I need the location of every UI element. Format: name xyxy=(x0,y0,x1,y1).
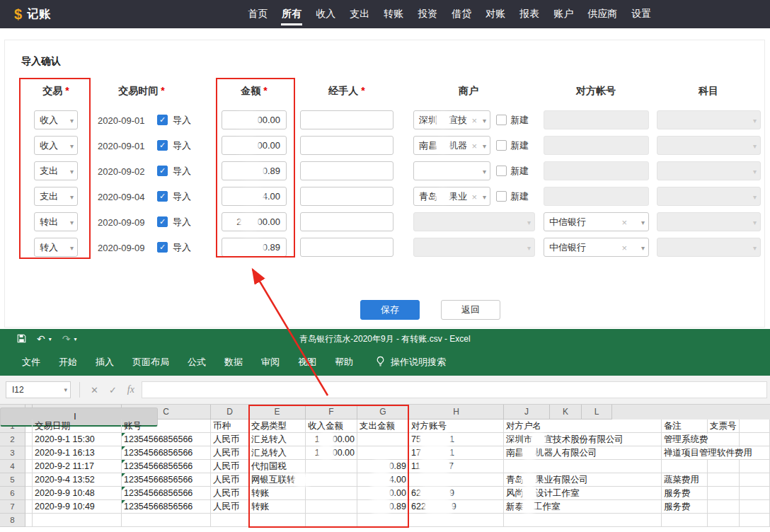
excel-cell[interactable] xyxy=(306,500,357,514)
excel-cell[interactable]: 2020-9-4 13:52 xyxy=(33,473,122,487)
excel-cell[interactable]: 12354566856566 xyxy=(122,460,211,473)
insert-function-icon[interactable]: fx xyxy=(127,384,134,395)
excel-cell[interactable] xyxy=(33,514,122,527)
handler-input[interactable] xyxy=(300,212,393,231)
merchant-select[interactable]: ▾ xyxy=(413,161,490,180)
amount-input[interactable]: 200.00 xyxy=(222,212,287,231)
import-checkbox[interactable]: ✓ xyxy=(157,166,168,176)
excel-cell[interactable] xyxy=(357,514,409,527)
excel-cell[interactable]: 管理系统费 xyxy=(662,433,708,446)
excel-cell[interactable]: 支票号 xyxy=(708,420,740,433)
excel-row-header-4[interactable]: 4 xyxy=(0,460,25,473)
excel-cell[interactable]: 751 xyxy=(409,433,504,446)
new-merchant-checkbox[interactable] xyxy=(496,166,507,176)
excel-cell[interactable]: 4.00 xyxy=(357,473,409,487)
nav-item-accounts[interactable]: 账户 xyxy=(546,0,580,28)
excel-row-header-3[interactable]: 3 xyxy=(0,446,25,460)
excel-cell[interactable]: 账号 xyxy=(122,420,211,433)
ribbon-tab-8[interactable]: 帮助 xyxy=(326,349,362,376)
excel-cell[interactable]: 汇兑转入 xyxy=(249,433,306,446)
excel-cell[interactable] xyxy=(25,487,33,500)
excel-cell[interactable]: 备注 xyxy=(662,420,708,433)
transaction-type-select[interactable]: 支出▾ xyxy=(34,161,78,180)
excel-cell[interactable] xyxy=(740,420,770,433)
excel-cell[interactable] xyxy=(122,514,211,527)
import-checkbox[interactable]: ✓ xyxy=(157,216,168,227)
excel-cell[interactable]: 对方户名 xyxy=(504,420,662,433)
counter-account-select[interactable]: 中信银行×▾ xyxy=(544,212,649,231)
excel-cell[interactable]: 禅道项目管理软件费用 xyxy=(662,446,708,460)
excel-cell[interactable]: 转账 xyxy=(249,500,306,514)
excel-cell[interactable]: 629 xyxy=(409,487,504,500)
excel-cell[interactable]: 2020-9-1 15:30 xyxy=(33,433,122,446)
excel-cell[interactable] xyxy=(306,514,357,527)
amount-input[interactable]: 4.00 xyxy=(222,187,287,206)
excel-cell[interactable] xyxy=(25,514,33,527)
nav-item-loan[interactable]: 借贷 xyxy=(444,0,478,28)
transaction-type-select[interactable]: 转入▾ xyxy=(34,238,78,257)
excel-row-header-7[interactable]: 7 xyxy=(0,500,25,514)
excel-cell[interactable]: 0.00 xyxy=(357,487,409,500)
excel-column-header-D[interactable]: D xyxy=(211,405,249,420)
excel-cell[interactable]: 人民币 xyxy=(211,473,249,487)
excel-cell[interactable]: 南昌机器人有限公司 xyxy=(504,446,662,460)
excel-cell[interactable] xyxy=(306,487,357,500)
import-checkbox[interactable]: ✓ xyxy=(157,115,168,125)
nav-item-settings[interactable]: 设置 xyxy=(624,0,658,28)
excel-cell[interactable] xyxy=(409,514,504,527)
excel-cell[interactable] xyxy=(357,433,409,446)
excel-cell[interactable]: 服务费 xyxy=(662,487,708,500)
customize-qat-caret-icon[interactable]: ▾ xyxy=(74,336,76,342)
app-brand[interactable]: $ 记账 xyxy=(14,6,51,23)
excel-cell[interactable] xyxy=(25,460,33,473)
excel-cell[interactable]: 0.89 xyxy=(357,500,409,514)
excel-cell[interactable] xyxy=(708,500,740,514)
nav-item-reports[interactable]: 报表 xyxy=(512,0,546,28)
excel-cell[interactable]: 6229 xyxy=(409,500,504,514)
excel-cell[interactable]: 代扣国税 xyxy=(249,460,306,473)
excel-cell[interactable] xyxy=(249,514,306,527)
excel-cell[interactable] xyxy=(357,446,409,460)
excel-cell[interactable]: 2020-9-9 10:48 xyxy=(33,487,122,500)
excel-column-header-K[interactable]: K xyxy=(550,405,582,420)
excel-column-header-J[interactable]: J xyxy=(504,405,550,420)
excel-cell[interactable] xyxy=(740,473,770,487)
excel-cell[interactable]: 人民币 xyxy=(211,433,249,446)
excel-cell[interactable] xyxy=(306,473,357,487)
undo-icon[interactable]: ↶ xyxy=(37,334,45,344)
counter-account-select[interactable]: 中信银行×▾ xyxy=(544,238,649,257)
excel-cell[interactable]: 对方账号 xyxy=(409,420,504,433)
handler-input[interactable] xyxy=(300,187,393,206)
handler-input[interactable] xyxy=(300,238,393,257)
amount-input[interactable]: 0.89 xyxy=(222,238,287,257)
excel-cell[interactable]: 人民币 xyxy=(211,460,249,473)
excel-cell[interactable]: 支出金额 xyxy=(357,420,409,433)
excel-cell[interactable] xyxy=(662,460,708,473)
handler-input[interactable] xyxy=(300,110,393,129)
ribbon-tab-6[interactable]: 审阅 xyxy=(252,349,289,376)
excel-cell[interactable]: 交易日期 xyxy=(33,420,122,433)
excel-cell[interactable]: 交易类型 xyxy=(249,420,306,433)
excel-cell[interactable]: 网银互联转 xyxy=(249,473,306,487)
excel-column-header-F[interactable]: F xyxy=(306,405,357,420)
nav-item-transfer[interactable]: 转账 xyxy=(377,0,410,28)
name-box[interactable]: I12 ▾ xyxy=(6,381,71,398)
excel-cell[interactable] xyxy=(708,514,740,527)
nav-item-investment[interactable]: 投资 xyxy=(410,0,444,28)
excel-cell[interactable] xyxy=(708,433,740,446)
excel-cell[interactable]: 青岛果业有限公司 xyxy=(504,473,662,487)
excel-cell[interactable] xyxy=(740,460,770,473)
ribbon-tab-5[interactable]: 数据 xyxy=(215,349,252,376)
excel-cell[interactable]: 2020-9-1 16:13 xyxy=(33,446,122,460)
nav-item-income[interactable]: 收入 xyxy=(309,0,343,28)
chevron-down-icon[interactable]: ▾ xyxy=(64,386,67,393)
excel-cell[interactable] xyxy=(708,473,740,487)
excel-row-header-8[interactable]: 8 xyxy=(0,514,25,527)
import-checkbox[interactable]: ✓ xyxy=(157,242,168,253)
excel-cell[interactable]: 2020-9-9 10:49 xyxy=(33,500,122,514)
excel-cell[interactable]: 人民币 xyxy=(211,487,249,500)
excel-cell[interactable]: 风尚设计工作室 xyxy=(504,487,662,500)
excel-cell[interactable]: 蔬菜费用 xyxy=(662,473,708,487)
excel-column-header-G[interactable]: G xyxy=(357,405,409,420)
formula-cancel-icon[interactable]: ✕ xyxy=(91,385,98,395)
